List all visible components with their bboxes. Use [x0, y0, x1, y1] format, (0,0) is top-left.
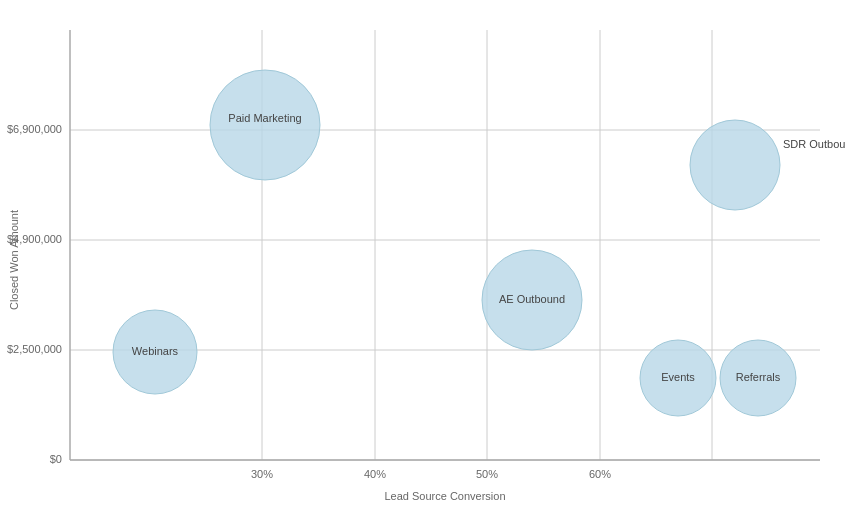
bubble-label-events: Events	[661, 371, 695, 383]
bubble-label-sdr-outbound: SDR Outbound	[783, 138, 846, 150]
bubble-chart: $0 $2,500,000 $4,900,000 $6,900,000 30% …	[0, 0, 846, 521]
bubble-label-ae-outbound: AE Outbound	[499, 293, 565, 305]
bubble-label-paid-marketing: Paid Marketing	[228, 112, 301, 124]
x-tick-60: 60%	[589, 468, 611, 480]
x-axis-label: Lead Source Conversion	[384, 490, 505, 502]
bubble-label-referrals: Referrals	[736, 371, 781, 383]
chart-container: $0 $2,500,000 $4,900,000 $6,900,000 30% …	[0, 0, 846, 521]
x-tick-40: 40%	[364, 468, 386, 480]
bubble-paid-marketing	[210, 70, 320, 180]
x-tick-50: 50%	[476, 468, 498, 480]
y-tick-0: $0	[50, 453, 62, 465]
y-tick-1: $2,500,000	[7, 343, 62, 355]
bubble-sdr-outbound	[690, 120, 780, 210]
bubble-label-webinars: Webinars	[132, 345, 179, 357]
x-tick-30: 30%	[251, 468, 273, 480]
y-tick-3: $6,900,000	[7, 123, 62, 135]
y-axis-label: Closed Won Amount	[8, 210, 20, 310]
